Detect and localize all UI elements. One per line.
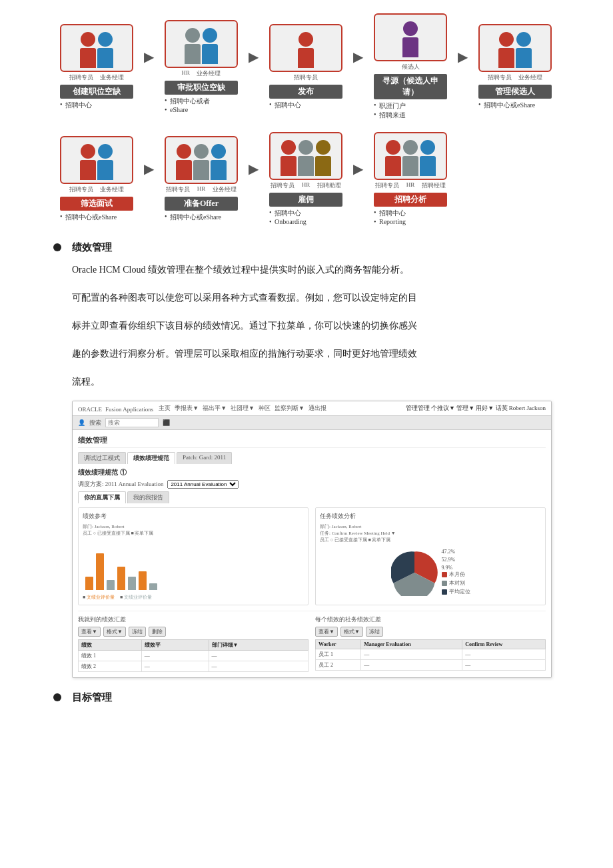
- flow-card-2-title: 审批职位空缺: [165, 81, 238, 95]
- pie-color-3: [442, 589, 447, 595]
- oracle-nav-item-2[interactable]: 季报表▼: [175, 404, 199, 413]
- flow-card-7-title: 准备Offer: [165, 197, 238, 211]
- flow-label: 业务经理: [213, 185, 237, 194]
- flow-bullet-item: 招聘中心: [60, 101, 133, 110]
- flow-card-7-bullets: 招聘中心或eShare: [165, 213, 238, 222]
- oracle-tab-1[interactable]: 调试过工模式: [78, 452, 126, 464]
- oracle-search-input[interactable]: [105, 418, 159, 427]
- flow-arrow-3: ▶: [353, 49, 363, 85]
- oracle-logo: ORACLE Fusion Applications: [78, 405, 153, 413]
- flow-card-2-image: [165, 20, 238, 68]
- flow-label: [297, 181, 299, 190]
- oracle-btn-format-r[interactable]: 格式▼: [340, 627, 363, 637]
- flow-label: 招聘助理: [317, 181, 341, 190]
- oracle-btn-delete[interactable]: 删除: [149, 627, 166, 637]
- oracle-toolbar: 👤 搜索 ⬛: [73, 416, 551, 430]
- flow-card-3-title: 发布: [269, 85, 342, 99]
- oracle-filter-tab-2[interactable]: 我的我报告: [127, 491, 169, 503]
- bullet-heading-2: 目标管理: [72, 691, 112, 704]
- flow-label: 招聘专员: [294, 73, 318, 82]
- flow-card-5-title: 管理候选人: [478, 85, 552, 99]
- flow-card-7: 招聘专员 HR 业务经理 准备Offer 招聘中心或eShare: [158, 136, 245, 222]
- pie-label-3: 平均定位: [449, 588, 470, 595]
- flow-bullet-item: 招聘中心: [269, 101, 342, 110]
- oracle-nav-item-1[interactable]: 主页: [159, 404, 171, 413]
- flow-card-6: 招聘专员 业务经理 筛选面试 招聘中心或eShare: [53, 136, 140, 222]
- oracle-section-title: 绩效管理: [78, 435, 546, 448]
- bar-legend-item: ■ 文绩业评价量: [120, 594, 152, 601]
- table-cell: —: [141, 661, 209, 672]
- flow-bullet-item: 招聘中心或eShare: [60, 213, 133, 222]
- bar-legend-item: ■ 文绩业评价量: [83, 594, 115, 601]
- flow-card-6-labels: 招聘专员 业务经理: [69, 185, 124, 194]
- flow-card-6-image: [60, 136, 133, 184]
- paragraph-5: 流程。: [72, 373, 573, 391]
- oracle-toolbar-spacer: ⬛: [163, 419, 170, 426]
- flow-label: [402, 181, 403, 190]
- bar-5: [128, 577, 136, 590]
- bar-2: [96, 553, 104, 590]
- flow-label: 业务经理: [100, 185, 124, 194]
- flow-card-3-labels: 招聘专员: [294, 73, 318, 82]
- flow-arrow-6: ▶: [249, 161, 259, 197]
- oracle-btn-freeze[interactable]: 冻结: [129, 627, 146, 637]
- flow-card-9: 招聘专员 HR 招聘经理 招聘分析 招聘中心 Reporting: [367, 132, 454, 225]
- oracle-tabs[interactable]: 调试过工模式 绩效绩理规范 Patch: Gard: 2011: [78, 452, 546, 464]
- oracle-btn-actions-r[interactable]: 查看▼: [315, 627, 338, 637]
- paragraph-1: Oracle HCM Cloud 绩效管理在整个绩效过程中提供实时的嵌入式的商务…: [72, 261, 573, 279]
- oracle-nav-item-5[interactable]: 种区: [259, 404, 271, 413]
- table-cell: —: [361, 660, 462, 671]
- oracle-filter-tab-1[interactable]: 你的直属下属: [78, 491, 126, 503]
- oracle-tab-3[interactable]: Patch: Gard: 2011: [177, 452, 232, 464]
- paragraph-3: 标并立即查看你组织下该目标的绩效情况。通过下拉菜单，你可以快速的切换你感兴: [72, 317, 573, 335]
- flow-row-2: 招聘专员 业务经理 筛选面试 招聘中心或eShare ▶: [53, 132, 573, 225]
- oracle-nav-item-3[interactable]: 福出平▼: [203, 404, 227, 413]
- flow-label: [96, 185, 97, 194]
- flow-label: [193, 185, 194, 194]
- oracle-tab-2[interactable]: 绩效绩理规范: [127, 452, 175, 464]
- flow-card-8-image: [269, 132, 342, 180]
- oracle-btn-actions[interactable]: 查看▼: [78, 627, 101, 637]
- pie-legend-item-2: 本对别: [442, 579, 470, 587]
- oracle-nav[interactable]: 主页 季报表▼ 福出平▼ 社团理▼ 种区 监察判断▼ 通出报: [159, 404, 326, 413]
- flow-arrow-1: ▶: [144, 49, 154, 85]
- flow-card-7-image: [165, 136, 238, 184]
- oracle-table-right-title: 每个绩效的社务绩效汇差: [315, 615, 546, 624]
- flow-label: 招聘专员: [375, 181, 399, 190]
- flow-arrow-7: ▶: [353, 161, 363, 197]
- oracle-nav-item-4[interactable]: 社团理▼: [231, 404, 255, 413]
- table-cell: 绩效 2: [79, 661, 142, 672]
- oracle-pie-svg: [391, 549, 438, 596]
- oracle-table-left-toolbar[interactable]: 查看▼ 格式▼ 冻结 删除: [78, 627, 308, 637]
- table-cell: 员工 1: [316, 649, 361, 660]
- bullet-heading-1: 绩效管理: [72, 241, 112, 254]
- flow-label: [96, 73, 97, 82]
- flow-card-7-labels: 招聘专员 HR 业务经理: [166, 185, 236, 194]
- flow-card-2-bullets: 招聘中心或者 eShare: [165, 97, 238, 113]
- table-cell: —: [209, 661, 308, 672]
- flow-card-5-labels: 招聘专员 业务经理: [488, 73, 542, 82]
- flow-card-6-title: 筛选面试: [60, 197, 133, 211]
- flow-bullet-item: Onboarding: [269, 218, 342, 225]
- flow-label: 招聘专员: [271, 181, 295, 190]
- flow-card-4-bullets: 职涯门户 招聘来道: [374, 101, 447, 120]
- flow-bullet-item: 招聘中心: [374, 209, 447, 218]
- oracle-bar-chart-title: 绩效参考: [83, 512, 304, 521]
- pie-legend-item-1: 本月份: [442, 571, 470, 578]
- table-col-1: 绩效: [79, 640, 142, 651]
- oracle-filter-tabs[interactable]: 你的直属下属 我的我报告: [78, 491, 546, 503]
- oracle-eval-select[interactable]: 2011 Annual Evaluation: [167, 480, 239, 489]
- oracle-logo-text: ORACLE: [78, 406, 102, 413]
- oracle-nav-item-7[interactable]: 通出报: [308, 404, 326, 413]
- oracle-nav-item-6[interactable]: 监察判断▼: [275, 404, 305, 413]
- table-row: 绩效 2 — —: [79, 661, 308, 672]
- flow-card-2-labels: HR 业务经理: [182, 69, 221, 78]
- flow-arrow-2: ▶: [249, 49, 259, 85]
- flow-card-8-title: 雇佣: [269, 193, 342, 207]
- oracle-table-right-toolbar[interactable]: 查看▼ 格式▼ 冻结: [315, 627, 546, 637]
- oracle-btn-freeze-r[interactable]: 冻结: [366, 627, 383, 637]
- oracle-btn-format[interactable]: 格式▼: [103, 627, 126, 637]
- table-col-r-2: Manager Evaluation: [361, 640, 462, 649]
- oracle-pie-chart-box: 任务绩效分析 部门: Jackson, Robert 任务: Confirm R…: [315, 507, 546, 605]
- flow-card-3-bullets: 招聘中心: [269, 101, 342, 110]
